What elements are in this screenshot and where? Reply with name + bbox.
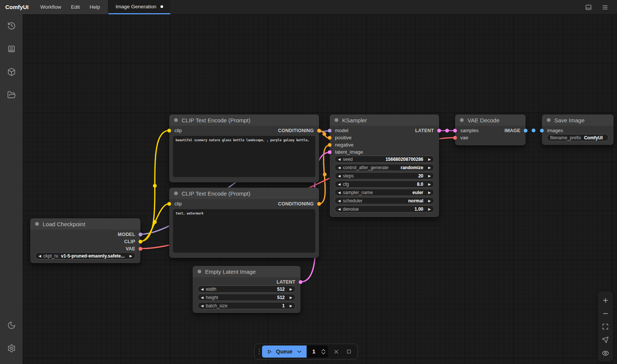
node-collapse-dot[interactable]: [547, 118, 551, 122]
widget-value[interactable]: 20: [415, 173, 426, 179]
widget-value[interactable]: 8.0: [414, 182, 426, 187]
stop-button[interactable]: [344, 346, 354, 357]
node-collapse-dot[interactable]: [197, 270, 201, 273]
zoom-in-button[interactable]: [600, 295, 611, 305]
sidebar-node-library-button[interactable]: [3, 41, 20, 58]
node-load-checkpoint[interactable]: Load CheckpointMODELCLIPVAE◀ckpt_namev1-…: [30, 218, 140, 263]
widget-height[interactable]: ◀height512▶: [197, 294, 296, 301]
output-port-latent[interactable]: [299, 280, 302, 284]
sidebar-workflows-button[interactable]: [3, 87, 20, 104]
input-port-negative[interactable]: [328, 143, 332, 147]
output-port-latent[interactable]: [437, 129, 441, 133]
prompt-text-area[interactable]: text, watermark: [173, 209, 315, 253]
chevron-down-icon[interactable]: [296, 349, 302, 355]
widget-increment-arrow[interactable]: ▶: [127, 254, 132, 258]
widget-increment-arrow[interactable]: ▶: [287, 304, 292, 308]
widget-increment-arrow[interactable]: ▶: [426, 191, 431, 194]
node-clip-text-encode-prompt[interactable]: CLIP Text Encode (Prompt)clipCONDITIONIN…: [169, 114, 319, 182]
output-port-conditioning[interactable]: [317, 202, 321, 206]
input-port-model[interactable]: [328, 129, 332, 133]
widget-scheduler[interactable]: ◀schedulernormal▶: [335, 197, 434, 204]
node-title-bar[interactable]: CLIP Text Encode (Prompt): [169, 188, 319, 199]
widget-decrement-arrow[interactable]: ◀: [338, 166, 343, 170]
widget-batch-size[interactable]: ◀batch_size1▶: [197, 302, 296, 309]
widget-steps[interactable]: ◀steps20▶: [335, 172, 434, 179]
widget-decrement-arrow[interactable]: ◀: [338, 207, 343, 211]
clear-queue-button[interactable]: [331, 346, 341, 357]
node-clip-text-encode-prompt[interactable]: CLIP Text Encode (Prompt)clipCONDITIONIN…: [169, 188, 319, 258]
output-port-model[interactable]: [139, 233, 142, 236]
menu-edit[interactable]: Edit: [66, 0, 85, 14]
node-title-bar[interactable]: CLIP Text Encode (Prompt): [169, 114, 319, 126]
widget-increment-arrow[interactable]: ▶: [426, 207, 431, 211]
pan-mode-button[interactable]: [600, 335, 611, 345]
widget-value[interactable]: 1: [279, 303, 287, 308]
widget-value[interactable]: 156680208700286: [383, 157, 426, 162]
widget-increment-arrow[interactable]: ▶: [426, 199, 431, 203]
queue-button[interactable]: Queue: [262, 345, 307, 358]
widget-decrement-arrow[interactable]: ◀: [201, 287, 206, 291]
widget-value[interactable]: 512: [274, 295, 287, 300]
widget-filename-prefix[interactable]: filename_prefixComfyUI: [547, 134, 609, 141]
node-vae-decode[interactable]: VAE DecodesamplesIMAGEvae: [455, 114, 526, 145]
input-port-clip[interactable]: [167, 129, 171, 133]
widget-seed[interactable]: ◀seed156680208700286▶: [335, 156, 434, 163]
sidebar-history-button[interactable]: [3, 18, 20, 35]
widget-increment-arrow[interactable]: ▶: [426, 182, 431, 186]
prompt-text-area[interactable]: beautiful scenery nature glass bottle la…: [173, 136, 315, 177]
widget-value[interactable]: randomize: [398, 165, 426, 170]
widget-decrement-arrow[interactable]: ◀: [201, 296, 206, 299]
widget-value[interactable]: euler: [409, 190, 426, 195]
output-port-vae[interactable]: [139, 247, 142, 251]
widget-denoise[interactable]: ◀denoise1.00▶: [335, 205, 434, 213]
widget-increment-arrow[interactable]: ▶: [426, 157, 431, 161]
hamburger-menu-icon[interactable]: [601, 3, 609, 11]
theme-toggle-button[interactable]: [3, 318, 20, 334]
widget-cfg[interactable]: ◀cfg8.0▶: [335, 180, 434, 188]
input-port-vae[interactable]: [453, 136, 457, 140]
menu-help[interactable]: Help: [85, 0, 105, 14]
toggle-link-visibility-button[interactable]: [600, 348, 611, 358]
input-port-latent-image[interactable]: [328, 150, 332, 154]
widget-decrement-arrow[interactable]: ◀: [338, 174, 343, 178]
widget-increment-arrow[interactable]: ▶: [287, 296, 292, 299]
fit-view-button[interactable]: [600, 321, 611, 332]
node-graph-canvas[interactable]: [23, 14, 617, 364]
node-title-bar[interactable]: VAE Decode: [455, 114, 526, 126]
widget-increment-arrow[interactable]: ▶: [426, 174, 431, 178]
widget-decrement-arrow[interactable]: ◀: [338, 182, 343, 186]
widget-value[interactable]: 512: [274, 287, 287, 292]
node-title-bar[interactable]: Empty Latent Image: [193, 266, 301, 277]
sidebar-model-library-button[interactable]: [3, 64, 20, 81]
widget-decrement-arrow[interactable]: ◀: [39, 254, 43, 258]
widget-decrement-arrow[interactable]: ◀: [338, 157, 343, 161]
node-ksampler[interactable]: KSamplermodelLATENTpositivenegativelaten…: [330, 114, 439, 217]
stepper-up-icon[interactable]: [321, 349, 326, 352]
drag-handle[interactable]: [258, 349, 262, 355]
node-collapse-dot[interactable]: [174, 191, 178, 195]
node-collapse-dot[interactable]: [335, 118, 338, 122]
node-title-bar[interactable]: KSampler: [330, 114, 439, 126]
zoom-out-button[interactable]: [600, 308, 611, 319]
widget-value[interactable]: ComfyUI: [581, 135, 605, 140]
tab-image-generation[interactable]: Image Generation: [108, 0, 170, 14]
output-port-conditioning[interactable]: [317, 129, 321, 133]
widget-value[interactable]: 1.00: [412, 207, 426, 212]
node-collapse-dot[interactable]: [460, 118, 464, 122]
widget-increment-arrow[interactable]: ▶: [426, 166, 431, 170]
input-port-images[interactable]: [540, 129, 544, 133]
widget-increment-arrow[interactable]: ▶: [287, 287, 292, 291]
widget-decrement-arrow[interactable]: ◀: [338, 199, 343, 203]
widget-sampler-name[interactable]: ◀sampler_nameeuler▶: [335, 189, 434, 196]
node-title-bar[interactable]: Load Checkpoint: [30, 218, 140, 230]
batch-count-value[interactable]: 1: [307, 347, 321, 355]
widget-control-after-generate[interactable]: ◀control_after_generaterandomize▶: [335, 164, 434, 171]
stepper-down-icon[interactable]: [321, 352, 326, 355]
widget-value[interactable]: v1-5-pruned-emaonly.safete...: [58, 253, 128, 259]
output-port-image[interactable]: [524, 129, 528, 133]
widget-decrement-arrow[interactable]: ◀: [201, 304, 206, 308]
widget-value[interactable]: normal: [405, 198, 426, 204]
node-collapse-dot[interactable]: [174, 118, 178, 122]
node-title-bar[interactable]: Save Image: [542, 114, 614, 126]
input-port-samples[interactable]: [453, 129, 457, 133]
